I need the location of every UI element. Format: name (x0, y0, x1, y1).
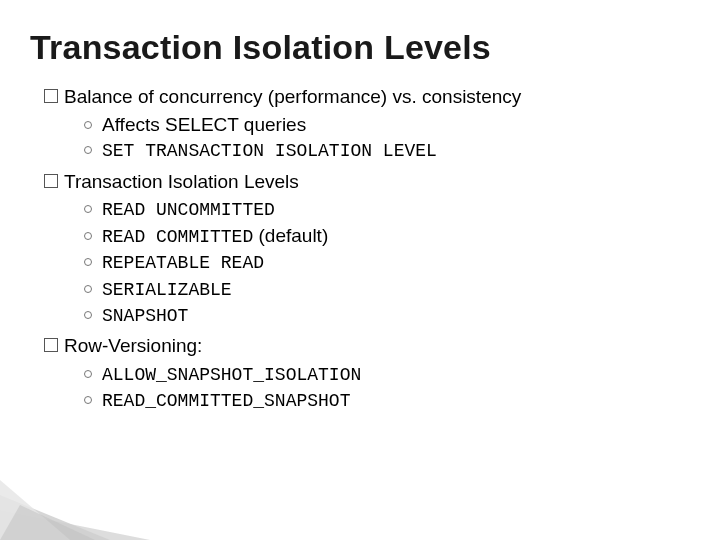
sub-item: REPEATABLE READ (84, 250, 690, 275)
circle-bullet-icon (84, 311, 92, 319)
sub-item: READ COMMITTED (default) (84, 224, 690, 249)
sub-item-text: READ_COMMITTED_SNAPSHOT (102, 391, 350, 411)
sub-item-text: SERIALIZABLE (102, 280, 232, 300)
bullet-lead: Transaction (64, 171, 163, 192)
sub-item: SERIALIZABLE (84, 277, 690, 302)
square-bullet-icon (44, 174, 58, 188)
sub-list: Affects SELECT queriesSET TRANSACTION IS… (44, 113, 690, 164)
bullet-lead: Row-Versioning: (64, 335, 202, 356)
circle-bullet-icon (84, 146, 92, 154)
slide: Transaction Isolation Levels Balance of … (0, 0, 720, 540)
square-bullet-icon (44, 89, 58, 103)
circle-bullet-icon (84, 396, 92, 404)
circle-bullet-icon (84, 232, 92, 240)
sub-list: READ UNCOMMITTEDREAD COMMITTED (default)… (44, 197, 690, 328)
sub-item-text: READ UNCOMMITTED (102, 200, 275, 220)
bullet-text: of concurrency (performance) vs. consist… (133, 86, 522, 107)
sub-item-text: ALLOW_SNAPSHOT_ISOLATION (102, 365, 361, 385)
bullet-lead: Balance (64, 86, 133, 107)
bullet-item: Transaction Isolation Levels (44, 170, 690, 195)
bullet-text: Isolation Levels (163, 171, 299, 192)
sub-item-text: READ COMMITTED (102, 227, 253, 247)
sub-item: Affects SELECT queries (84, 113, 690, 138)
sub-item-text: Affects SELECT queries (102, 114, 306, 135)
slide-body: Balance of concurrency (performance) vs.… (30, 85, 690, 414)
sub-item-text: REPEATABLE READ (102, 253, 264, 273)
sub-item: ALLOW_SNAPSHOT_ISOLATION (84, 362, 690, 387)
bullet-item: Balance of concurrency (performance) vs.… (44, 85, 690, 110)
slide-title: Transaction Isolation Levels (30, 28, 690, 67)
circle-bullet-icon (84, 121, 92, 129)
circle-bullet-icon (84, 370, 92, 378)
sub-item-suffix: (default) (253, 225, 328, 246)
sub-item: READ_COMMITTED_SNAPSHOT (84, 388, 690, 413)
sub-item: READ UNCOMMITTED (84, 197, 690, 222)
circle-bullet-icon (84, 205, 92, 213)
square-bullet-icon (44, 338, 58, 352)
sub-item: SET TRANSACTION ISOLATION LEVEL (84, 138, 690, 163)
sub-item-text: SNAPSHOT (102, 306, 188, 326)
bullet-item: Row-Versioning: (44, 334, 690, 359)
circle-bullet-icon (84, 285, 92, 293)
circle-bullet-icon (84, 258, 92, 266)
sub-list: ALLOW_SNAPSHOT_ISOLATIONREAD_COMMITTED_S… (44, 362, 690, 414)
sub-item-text: SET TRANSACTION ISOLATION LEVEL (102, 141, 437, 161)
sub-item: SNAPSHOT (84, 303, 690, 328)
